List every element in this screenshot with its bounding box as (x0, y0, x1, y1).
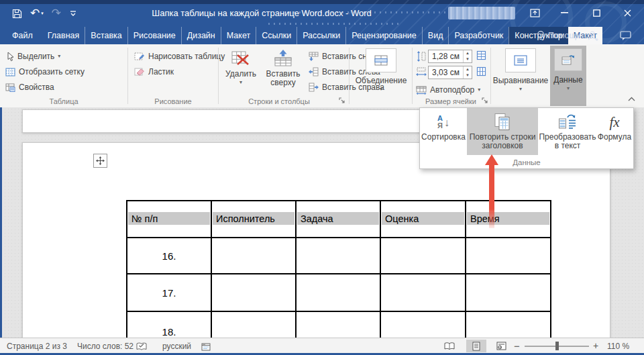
distribute-columns-icon[interactable] (476, 66, 486, 77)
table-header-cell[interactable]: Задача (296, 201, 380, 238)
insert-above-button[interactable]: Вставить сверху (262, 46, 305, 105)
zoom-in-button[interactable]: + (593, 340, 598, 351)
select-cursor-icon (5, 52, 14, 62)
menu-item-repeat-header-rows[interactable]: Повторить строки заголовков (467, 108, 538, 155)
table-cell[interactable] (211, 238, 296, 274)
undo-icon[interactable]: ↶ (30, 7, 40, 20)
close-button[interactable] (616, 4, 639, 21)
zoom-level[interactable]: 110 % (607, 342, 629, 351)
table-row: 18. (127, 311, 551, 339)
menu-item-formula[interactable]: fx Формула (597, 108, 632, 155)
dialog-launcher-icon[interactable] (482, 97, 488, 104)
select-label: Выделить (17, 52, 54, 61)
table-cell[interactable] (211, 311, 296, 339)
table-cell[interactable] (211, 274, 296, 311)
show-gridlines-button[interactable]: Отобразить сетку (5, 65, 85, 79)
data-button[interactable]: Данные ▾ (550, 46, 586, 106)
table-cell[interactable] (380, 238, 466, 274)
macro-record-icon[interactable] (201, 343, 211, 351)
alignment-button[interactable]: Выравнивание ▾ (492, 46, 549, 105)
table-properties-button[interactable]: Свойства (5, 81, 54, 94)
maximize-button[interactable] (585, 4, 608, 21)
web-layout-button[interactable] (491, 340, 511, 352)
word-window: ↶ ▾ ↷ Шапка таблицы на каждой странице W… (0, 0, 644, 355)
select-button[interactable]: Выделить ▾ (5, 50, 60, 63)
draw-table-button[interactable]: Нарисовать таблицу (134, 50, 225, 63)
minimize-button[interactable] (553, 4, 576, 21)
table-header-cell[interactable]: Время (466, 201, 551, 238)
undo-dropdown-icon[interactable]: ▾ (41, 11, 44, 16)
save-icon[interactable] (12, 9, 22, 19)
tab-design[interactable]: Дизайн (181, 27, 221, 44)
header-selection: Время (467, 212, 549, 225)
table-cell[interactable] (466, 238, 551, 274)
draw-table-label: Нарисовать таблицу (148, 52, 225, 61)
zoom-out-button[interactable]: − (514, 340, 520, 352)
group-label-rows-columns: Строки и столбцы (219, 97, 339, 105)
table-cell[interactable] (296, 274, 380, 311)
table-cell[interactable] (466, 311, 551, 339)
tab-view[interactable]: Вид (422, 27, 449, 44)
distribute-rows-icon[interactable] (476, 50, 486, 60)
table-cell[interactable] (296, 311, 380, 339)
tab-developer[interactable]: Разработчик (448, 27, 508, 44)
ribbon: Выделить ▾ Отобразить сетку Свойства Таб… (0, 44, 644, 108)
eraser-button[interactable]: Ластик (134, 65, 174, 79)
table-cell[interactable] (380, 274, 466, 311)
merge-cells-icon (374, 55, 388, 66)
language-indicator[interactable]: русский (162, 342, 191, 351)
tab-home[interactable]: Главная (42, 27, 85, 44)
tab-review[interactable]: Рецензирование (345, 27, 422, 44)
dialog-launcher-icon[interactable] (339, 97, 345, 104)
word-count[interactable]: Число слов: 52 (77, 342, 133, 351)
proofing-status-icon[interactable] (136, 342, 147, 351)
tab-insert[interactable]: Вставка (85, 27, 127, 44)
delete-button[interactable]: Удалить ▾ (221, 46, 260, 105)
read-mode-button[interactable] (439, 340, 460, 352)
table-cell[interactable]: 18. (127, 311, 211, 339)
alignment-iconbox (505, 48, 536, 72)
repeat-header-rows-label2: заголовков (482, 142, 523, 150)
collapse-ribbon-icon[interactable] (628, 97, 635, 101)
table-cell[interactable]: 17. (127, 274, 211, 311)
comments-button[interactable] (620, 27, 631, 44)
page-indicator[interactable]: Страница 2 из 3 (7, 342, 67, 351)
table-cell[interactable] (466, 274, 551, 311)
tab-draw[interactable]: Рисование (127, 27, 181, 44)
print-layout-button[interactable] (466, 340, 486, 352)
table-cell[interactable] (380, 311, 466, 339)
table-move-handle[interactable] (93, 154, 107, 168)
menu-item-sort[interactable]: АЯ ↓ Сортировка (420, 108, 467, 155)
chevron-down-icon: ▾ (380, 87, 382, 92)
menu-item-convert-to-text[interactable]: Преобразовать в текст (538, 108, 597, 155)
ribbon-display-options-icon[interactable] (523, 4, 546, 21)
redacted-area (448, 7, 515, 19)
table-properties-label: Свойства (19, 83, 54, 92)
row-height-steppers[interactable]: ▲▼ (463, 50, 472, 62)
titlebar-decoration (268, 23, 402, 25)
table-properties-icon (5, 83, 15, 92)
tab-mailings[interactable]: Рассылки (297, 27, 345, 44)
table-header-cell[interactable]: Оценка (380, 201, 466, 238)
convert-to-text-icon (558, 111, 577, 133)
column-width-field[interactable]: ▲▼ (428, 66, 472, 79)
zoom-slider-thumb[interactable] (555, 342, 559, 350)
table-header-cell[interactable]: № п/п (127, 201, 211, 238)
tab-references[interactable]: Ссылки (256, 27, 297, 44)
repeat-header-rows-icon (493, 111, 512, 133)
table-header-cell[interactable]: Исполнитель (211, 201, 296, 238)
column-width-steppers[interactable]: ▲▼ (463, 66, 472, 79)
table-cell[interactable] (296, 238, 380, 274)
autofit-button[interactable]: Автоподбор ▾ (416, 83, 480, 97)
table-cell[interactable]: 16. (127, 238, 211, 274)
share-contact-button[interactable] (588, 27, 599, 44)
row-height-field[interactable]: ▲▼ (428, 50, 472, 63)
tab-layout[interactable]: Макет (221, 27, 256, 44)
group-label-draw: Рисование (128, 97, 218, 105)
tab-file[interactable]: Файл (7, 27, 38, 44)
autofit-icon (416, 86, 427, 95)
merge-button[interactable]: Объединение ▾ (352, 46, 411, 105)
tell-me-help[interactable]: Помощн (537, 27, 581, 44)
page-2[interactable]: № п/п Исполнитель Задача Оценка Время 16… (22, 142, 610, 339)
header-selection: Оценка (382, 212, 464, 225)
